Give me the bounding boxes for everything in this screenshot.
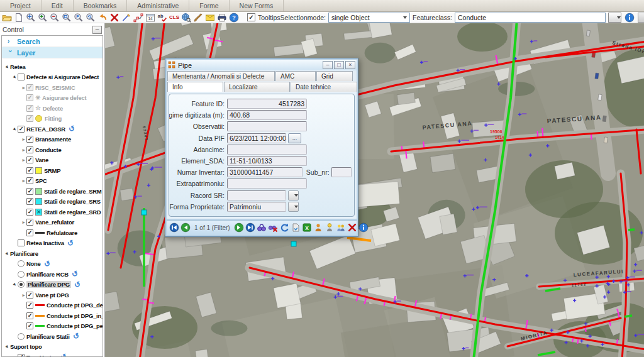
layer-row-statii-de-reglare-srs[interactable]: ✓Statii de reglare_SRS (2, 197, 103, 207)
tab-amc[interactable]: AMC (275, 71, 316, 81)
users-chat-button[interactable] (336, 222, 346, 233)
layer-row-retea[interactable]: ▸Retea (2, 62, 103, 72)
tab-localizare[interactable]: Localizare (224, 82, 290, 92)
layer-row-fitting[interactable]: ✓Fitting (2, 114, 103, 124)
layer-refresh-icon[interactable]: ↺ (70, 270, 79, 278)
field-input-element-sda[interactable]: 11-51-10/0133 (227, 156, 307, 166)
tooltips-toggle[interactable]: ✓ Tooltips (247, 13, 280, 21)
find-button[interactable] (257, 222, 267, 233)
layer-radio[interactable] (18, 333, 25, 340)
layer-checkbox[interactable] (18, 74, 25, 80)
layer-radio[interactable] (18, 271, 25, 278)
layer-radio[interactable] (18, 260, 25, 267)
spell-check-icon[interactable]: ab (157, 13, 168, 23)
info-button[interactable] (358, 222, 369, 233)
user-highlight-button[interactable] (325, 222, 335, 233)
field-combo-forma-proprietate[interactable]: Patrimoniu (227, 202, 286, 212)
expand-icon[interactable]: ▸ (21, 178, 26, 184)
layer-checkbox[interactable]: ✓ (26, 219, 33, 226)
expand-icon[interactable]: ▸ (21, 85, 26, 91)
expand-icon[interactable]: ▸ (21, 147, 26, 153)
note-icon[interactable] (204, 13, 216, 23)
featureclass-input[interactable]: Conducte (455, 13, 606, 23)
collapse-icon[interactable]: ▸ (4, 251, 10, 256)
menu-item-forme[interactable]: Forme (189, 0, 229, 11)
expand-icon[interactable]: ▸ (21, 219, 26, 225)
zoom-extent-icon[interactable] (25, 13, 36, 23)
collapse-icon[interactable]: ▸ (4, 64, 10, 70)
layer-row-planificare-rcb[interactable]: Planificare RCB↺ (2, 269, 103, 280)
info-icon[interactable] (624, 13, 635, 23)
layer-row-vane-refulator[interactable]: ▸✓Vane_refulator (2, 217, 103, 228)
layer-checkbox[interactable]: ✓ (26, 146, 33, 153)
combo-dropdown-button[interactable] (288, 202, 299, 212)
layer-row-conducte[interactable]: ▸✓Conducte (2, 145, 103, 155)
layer-row-retea-dgsr[interactable]: ▸✓RETEA_DGSR↺ (2, 124, 103, 135)
layer-row-bransamente[interactable]: ▸✓Bransamente (2, 135, 103, 145)
collapse-icon[interactable]: ▸ (12, 282, 18, 287)
layer-checkbox[interactable]: ✓ (26, 136, 33, 143)
layer-row-vane-pt-dpg[interactable]: ▸✓Vane pt DPG (2, 290, 103, 300)
measure-icon[interactable] (121, 13, 132, 23)
delete-selection-icon[interactable] (109, 13, 120, 23)
expand-icon[interactable]: ▸ (21, 157, 26, 163)
cls-icon[interactable]: CLS (169, 13, 180, 23)
layer-row-asigurare-defect[interactable]: ✓✳Asigurare defect (2, 93, 103, 104)
layer-checkbox[interactable]: ✓ (26, 198, 33, 205)
tooltips-checkbox[interactable]: ✓ (247, 13, 255, 21)
collapse-icon[interactable]: ▸ (4, 344, 10, 349)
layer-row-statii-de-reglare-srm[interactable]: ✓Statii de reglare_SRM (2, 186, 103, 197)
layer-checkbox[interactable] (18, 239, 25, 246)
field-input-feature-id[interactable]: 4517283 (227, 99, 307, 109)
layer-checkbox[interactable]: ✓ (26, 177, 33, 184)
layer-row-risc-seismic[interactable]: ▸✓RISC_SEISMIC (2, 82, 103, 93)
layer-row-defecte[interactable]: ✓☆Defecte (2, 103, 103, 114)
layer-refresh-icon[interactable]: ↺ (72, 332, 80, 341)
layer-row-planificare[interactable]: ▸Planificare (2, 248, 103, 259)
field-combo-racord-sr[interactable] (227, 190, 286, 200)
field-input-data-pif[interactable]: 6/23/2011 12:00:00 AM (227, 133, 286, 143)
layer-row-planificare-dpg[interactable]: ▸Planificare DPG↺ (2, 280, 103, 290)
layer-checkbox[interactable]: ✓ (18, 354, 25, 356)
menu-item-project[interactable]: Project (0, 0, 42, 11)
field-input-adancime[interactable] (227, 145, 307, 155)
nav-first-button[interactable] (169, 222, 179, 233)
help-icon[interactable]: ? (228, 13, 240, 23)
layer-row-vane[interactable]: ▸✓Vane (2, 155, 103, 166)
layer-checkbox[interactable]: ✓ (26, 188, 33, 195)
layer-checkbox[interactable]: ✓ (26, 229, 33, 236)
zoom-out-icon[interactable] (49, 13, 60, 23)
layer-row-topovector[interactable]: ✓TopoVector↺ (2, 352, 103, 356)
maximize-button[interactable]: □ (334, 61, 344, 69)
field-input-numar-inventar[interactable]: 310000411457 (227, 167, 303, 177)
layer-checkbox[interactable]: ✓ (26, 94, 33, 101)
layer-checkbox[interactable]: ✓ (26, 302, 33, 309)
expand-icon[interactable]: ▸ (21, 136, 26, 142)
undo-icon[interactable] (97, 13, 108, 23)
zoom-pan-icon[interactable]: P (73, 13, 84, 23)
accordion-section-layer[interactable]: › Layer (2, 47, 103, 58)
date-picker-button[interactable]: ... (288, 133, 301, 143)
snap-edit-icon[interactable] (133, 13, 144, 23)
layer-refresh-icon[interactable]: ↺ (43, 260, 51, 268)
menu-item-bookmarks[interactable]: Bookmarks (74, 0, 128, 11)
find-clear-button[interactable] (268, 222, 278, 233)
menu-item-administrative[interactable]: Administrative (127, 0, 189, 11)
layer-row-srmp[interactable]: ✓SRMP (2, 165, 103, 176)
minimize-button[interactable]: – (323, 61, 333, 69)
nav-next-button[interactable] (234, 222, 244, 233)
layer-row-refulatoare[interactable]: ✓Refulatoare (2, 228, 103, 238)
layer-checkbox[interactable]: ✓ (18, 126, 25, 133)
field-input-sub-nr[interactable] (331, 167, 352, 177)
tab-grid[interactable]: Grid (316, 71, 353, 81)
globe-search-icon[interactable] (180, 13, 192, 23)
collapse-icon[interactable]: ▸ (12, 126, 18, 132)
print-icon[interactable] (216, 13, 228, 23)
layer-checkbox[interactable]: ✓ (26, 322, 33, 329)
clipped-toolbar-icon[interactable] (638, 13, 644, 23)
field-input-extrapatrimoniu[interactable] (227, 178, 307, 189)
zoom-window-icon[interactable] (61, 13, 72, 23)
field-input-observatii[interactable] (227, 121, 307, 131)
layer-refresh-icon[interactable]: ↺ (68, 125, 76, 133)
layer-checkbox[interactable]: ✓ (26, 292, 33, 299)
